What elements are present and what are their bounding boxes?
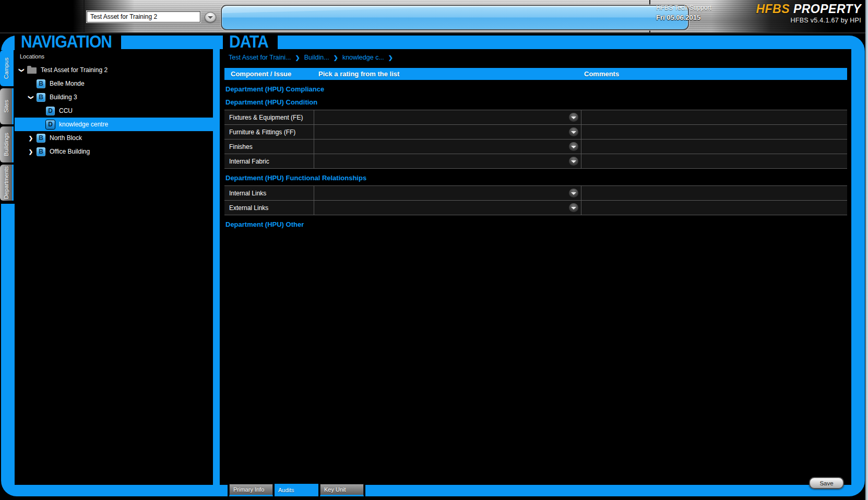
column-header-component: Component / Issue <box>224 70 314 78</box>
comments-cell[interactable] <box>581 186 847 200</box>
rating-cell[interactable] <box>314 186 581 200</box>
section-title-department-hpu-condition: Department (HPU) Condition <box>225 98 847 106</box>
component-cell: External Links <box>224 201 314 215</box>
rating-dropdown-button[interactable] <box>569 189 578 197</box>
topbar-divider <box>84 0 85 32</box>
table-sections: Department (HPU) ComplianceDepartment (H… <box>224 85 847 228</box>
tree-item-building-3[interactable]: ❯BBuilding 3 <box>15 90 213 104</box>
folder-icon <box>27 67 37 74</box>
header-banner <box>221 5 689 30</box>
chevron-right-icon: ❯ <box>295 54 300 61</box>
logo-hfbs: HFBS <box>756 2 790 16</box>
tree-item-label: Belle Monde <box>50 80 85 87</box>
comments-cell[interactable] <box>581 201 847 215</box>
current-date-label: Fri 05.06.2015 <box>656 14 700 21</box>
tree-item-label: North Block <box>50 134 82 142</box>
audit-table: Component / Issue Pick a rating from the… <box>224 68 847 228</box>
window-edge <box>865 0 868 500</box>
side-tab-sites[interactable]: Sites <box>0 88 14 124</box>
version-label: HFBS v5.4.1.67 by HPI <box>790 17 861 24</box>
comments-cell[interactable] <box>581 154 847 168</box>
component-cell: Fixtures & Equipment (FE) <box>224 110 314 124</box>
column-header-comments: Comments <box>577 70 847 78</box>
rating-dropdown-button[interactable] <box>569 113 578 122</box>
chevron-right-icon[interactable]: ❯ <box>27 135 34 141</box>
tree-item-north-block[interactable]: ❯BNorth Block <box>15 131 213 145</box>
tree-item-label: knowledge centre <box>59 121 108 128</box>
rating-cell[interactable] <box>314 139 581 154</box>
save-button[interactable]: Save <box>809 477 844 489</box>
side-tab-campus[interactable]: Campus <box>0 50 14 86</box>
tree-heading: Locations <box>15 52 213 63</box>
comments-cell[interactable] <box>581 110 847 124</box>
breadcrumb-item[interactable]: knowledge c... <box>342 54 384 61</box>
rating-cell[interactable] <box>314 154 581 168</box>
component-cell: Internal Links <box>224 186 314 200</box>
data-body: Test Asset for Traini...❯Buildin...❯know… <box>220 49 851 485</box>
rating-cell[interactable] <box>314 125 581 139</box>
app-logo: HFBS PROPERTY <box>756 2 861 16</box>
comments-cell[interactable] <box>581 139 847 154</box>
side-tab-label: Departments <box>3 166 9 199</box>
side-tabs: CampusSitesBuildingsDepartments <box>0 50 15 204</box>
chevron-right-icon[interactable]: ❯ <box>27 149 34 155</box>
chevron-right-icon: ❯ <box>334 54 338 61</box>
chevron-down-icon[interactable]: ❯ <box>19 66 25 74</box>
tree-item-test-asset-for-training-2[interactable]: ❯Test Asset for Training 2 <box>15 63 213 77</box>
bottom-tabs: Primary InfoAuditsKey Unit <box>228 484 365 496</box>
hfbs-property-app: HFBS Tech Support Fri 05.06.2015 HFBS PR… <box>0 0 868 500</box>
tab-primary-info[interactable]: Primary Info <box>229 484 273 496</box>
tab-key-unit[interactable]: Key Unit <box>320 484 364 496</box>
component-cell: Internal Fabric <box>224 154 314 168</box>
tree-item-office-building[interactable]: ❯BOffice Building <box>15 145 213 158</box>
asset-selector-dropdown-icon[interactable] <box>205 12 216 22</box>
table-row: Internal Fabric <box>224 154 847 169</box>
tab-audits[interactable]: Audits <box>275 484 318 496</box>
side-tab-buildings[interactable]: Buildings <box>0 126 14 162</box>
side-tab-label: Sites <box>3 100 9 112</box>
section-title-department-hpu-compliance: Department (HPU) Compliance <box>225 85 847 93</box>
rating-dropdown-button[interactable] <box>569 127 578 136</box>
navigation-body: Locations ❯Test Asset for Training 2BBel… <box>15 49 213 485</box>
chevron-down-icon[interactable]: ❯ <box>28 94 34 101</box>
component-cell: Furniture & Fittings (FF) <box>224 125 314 139</box>
asset-selector-input[interactable] <box>87 11 200 22</box>
location-tree: Locations ❯Test Asset for Training 2BBel… <box>15 49 213 158</box>
data-panel: DATA Test Asset for Traini...❯Buildin...… <box>220 36 865 496</box>
tree-item-label: Test Asset for Training 2 <box>41 66 108 74</box>
top-bar: HFBS Tech Support Fri 05.06.2015 HFBS PR… <box>0 0 868 33</box>
logo-property: PROPERTY <box>793 2 861 16</box>
tree-item-label: Building 3 <box>50 94 77 101</box>
table-row: Finishes <box>224 139 847 154</box>
side-tab-label: Buildings <box>3 133 9 156</box>
rating-cell[interactable] <box>314 110 581 124</box>
tree-item-belle-monde[interactable]: BBelle Monde <box>15 77 213 90</box>
breadcrumb-item[interactable]: Test Asset for Traini... <box>229 54 291 61</box>
rating-cell[interactable] <box>314 201 581 215</box>
rating-dropdown-button[interactable] <box>569 142 578 151</box>
chevron-right-icon: ❯ <box>388 54 393 61</box>
comments-cell[interactable] <box>581 125 847 139</box>
table-row: Internal Links <box>224 186 847 201</box>
navigation-title-patch: NAVIGATION <box>15 33 121 50</box>
side-tab-departments[interactable]: Departments <box>0 165 14 201</box>
breadcrumb: Test Asset for Traini...❯Buildin...❯know… <box>220 49 851 61</box>
column-header-rating: Pick a rating from the list <box>314 70 577 78</box>
tree-rows: ❯Test Asset for Training 2BBelle Monde❯B… <box>15 63 213 158</box>
department-icon: D <box>46 107 55 115</box>
tree-item-label: CCU <box>59 107 73 114</box>
section-title-department-hpu-functional-relationships: Department (HPU) Functional Relationship… <box>225 174 847 182</box>
building-icon: B <box>37 147 45 156</box>
table-row: External Links <box>224 201 847 215</box>
side-tab-label: Campus <box>3 57 9 79</box>
data-title-patch: DATA <box>223 33 278 50</box>
breadcrumb-item[interactable]: Buildin... <box>304 54 329 61</box>
building-icon: B <box>37 79 45 88</box>
section-rows: Fixtures & Equipment (FE)Furniture & Fit… <box>224 110 847 169</box>
tree-item-knowledge-centre[interactable]: Dknowledge centre <box>15 118 213 131</box>
section-rows: Internal LinksExternal Links <box>224 185 847 215</box>
component-cell: Finishes <box>224 139 314 154</box>
rating-dropdown-button[interactable] <box>569 203 578 212</box>
tree-item-ccu[interactable]: DCCU <box>15 104 213 118</box>
rating-dropdown-button[interactable] <box>569 157 578 166</box>
